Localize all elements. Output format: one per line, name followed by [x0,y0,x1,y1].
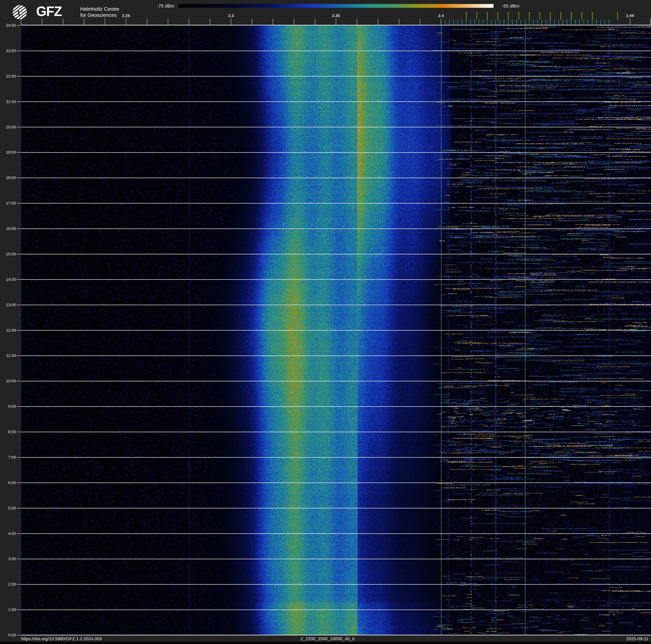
x-major-tick [650,19,651,25]
y-axis-label: 13:00 [0,303,16,307]
y-axis-label: 6:00 [0,480,16,485]
x-major-tick [357,19,357,25]
ble-channel-tick [563,20,563,25]
ble-channel-tick [554,20,555,25]
ble-channel-tick [541,20,542,25]
y-axis-tick [17,559,21,559]
wifi-channel-tick [519,12,519,20]
ble-channel-tick [445,20,445,25]
y-axis-label: 22:00 [0,74,16,79]
x-major-tick [147,19,147,25]
wifi-channel-tick [592,12,593,20]
y-axis-tick [17,584,21,585]
wifi-channel-tick [476,12,477,20]
y-axis-tick [17,25,21,26]
x-axis-label: 2.25 [117,13,135,18]
x-major-tick [294,19,294,25]
bottom-axis-line [21,635,651,635]
wifi-channel-tick [560,12,561,20]
y-axis-tick [17,635,21,635]
ble-channel-tick [558,20,559,25]
x-axis: 2.252.32.352.42.49 [0,0,651,25]
wifi-channel-tick [497,12,498,20]
ble-channel-tick [462,20,462,25]
x-major-tick [273,19,273,25]
wifi-channel-tick [550,12,551,20]
y-axis-label: 17:00 [0,201,16,206]
y-axis-tick [17,305,21,305]
bottom-strip [0,642,651,644]
y-axis-label: 18:00 [0,176,16,180]
y-axis-tick [17,610,21,610]
x-axis-label: 2.35 [327,13,345,18]
ble-channel-tick [529,20,529,25]
wifi-channel-tick [466,12,467,20]
ble-channel-tick [609,20,609,25]
ble-channel-tick [508,20,508,25]
y-axis-tick [17,76,21,77]
y-axis-label: 12:00 [0,328,16,333]
ble-channel-tick [500,20,500,25]
x-major-tick [315,19,315,25]
wifi-channel-tick [571,12,571,20]
spectrogram-page: GFZ Helmholtz Centre for Geosciences -75… [0,0,651,644]
spectrogram-canvas [21,25,651,635]
y-axis-tick [17,203,21,203]
y-axis-label: 3:00 [0,557,16,561]
y-axis-tick [17,254,21,254]
y-axis-label: 11:00 [0,353,16,358]
ble-channel-tick [466,20,466,25]
x-major-tick [231,19,231,25]
wifi-channel-tick [582,12,582,20]
y-axis-label: 2:00 [0,582,16,587]
x-major-tick [168,19,168,25]
x-axis-label: 2.49 [621,13,640,18]
wifi-channel-tick [617,12,618,20]
y-axis-label: 15:00 [0,252,16,257]
y-axis-tick [17,178,21,178]
y-axis-tick [17,51,21,51]
ble-channel-tick [592,20,592,25]
y-axis: 24:0023:0022:0021:0020:0019:0018:0017:00… [0,0,21,644]
y-axis-tick [17,101,21,102]
ble-channel-tick [470,20,471,25]
y-axis-label: 0:00 [0,633,16,638]
y-axis-tick [17,482,21,483]
x-axis-label: 2.3 [222,13,241,18]
y-axis-tick [17,127,21,127]
x-major-tick [336,19,336,25]
ble-channel-tick [604,20,605,25]
y-axis-label: 16:00 [0,226,16,231]
y-axis-tick [17,533,21,534]
ble-channel-tick [600,20,601,25]
x-major-tick [126,19,126,25]
ble-channel-tick [567,20,567,25]
x-major-tick [84,19,84,25]
ble-channel-tick [517,20,517,25]
ble-channel-tick [579,20,580,25]
ble-channel-tick [495,20,496,25]
ble-channel-tick [449,20,450,25]
ble-channel-tick [546,20,546,25]
y-axis-label: 20:00 [0,125,16,129]
y-axis-tick [17,432,21,432]
y-axis-label: 7:00 [0,455,16,460]
y-axis-label: 9:00 [0,404,16,409]
ble-channel-tick [512,20,513,25]
y-axis-label: 21:00 [0,99,16,104]
ble-channel-tick [458,20,458,25]
x-major-tick [441,19,441,25]
x-major-tick [42,19,42,25]
ble-channel-tick [525,20,525,25]
ble-channel-tick [487,20,488,25]
date-label: 2025-09-11 [626,636,649,641]
y-axis-label: 19:00 [0,150,16,155]
wifi-channel-tick [539,12,540,20]
ble-channel-tick [478,20,479,25]
y-axis-label: 23:00 [0,49,16,53]
x-axis-label: 2.4 [432,13,451,18]
x-major-tick [420,19,420,25]
ble-channel-tick [575,20,576,25]
x-major-tick [378,19,378,25]
ble-channel-tick [504,20,504,25]
